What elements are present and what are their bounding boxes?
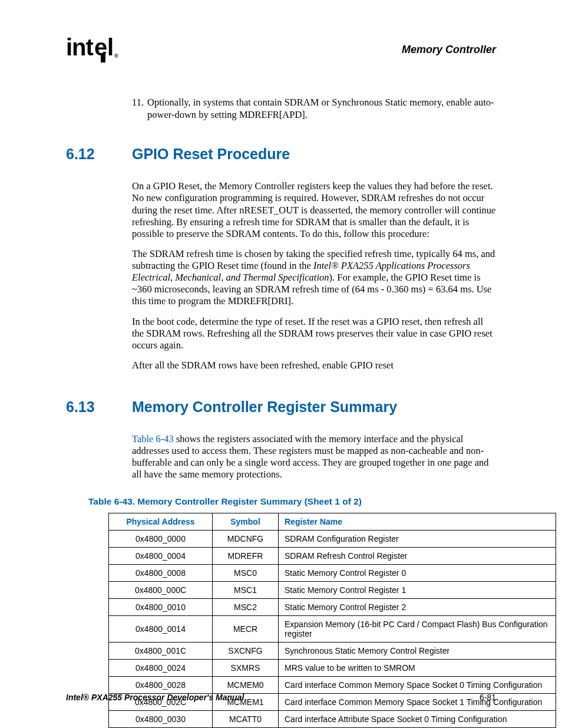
cell-address: 0x4800_0030 [109, 710, 213, 727]
page-header: int e l ® Memory Controller [66, 37, 496, 62]
cell-symbol: MDCNFG [213, 530, 279, 547]
continued-list: 11. Optionally, in systems that contain … [132, 97, 496, 121]
cell-address: 0x4800_0010 [109, 598, 213, 615]
svg-text:®: ® [114, 53, 118, 59]
section-heading: 6.12 GPIO Reset Procedure [66, 146, 496, 163]
table-row: 0x4800_0028MCMEM0Card interface Common M… [109, 676, 556, 693]
section-title: Memory Controller Register Summary [132, 398, 496, 416]
list-item-11: 11. Optionally, in systems that contain … [132, 97, 496, 121]
cell-symbol: MCMEM0 [213, 676, 279, 693]
cell-address: 0x4800_001C [109, 642, 213, 659]
cell-address: 0x4800_0028 [109, 676, 213, 693]
section-6-12: 6.12 GPIO Reset Procedure On a GPIO Rese… [66, 146, 496, 371]
cell-symbol: MSC0 [213, 564, 279, 581]
intel-logo: int e l ® [66, 37, 125, 62]
text-run: shows the registers associated with the … [132, 433, 489, 480]
table-row: 0x4800_0024SXMRSMRS value to be written … [109, 659, 556, 676]
footer-page-number: 6-81 [480, 693, 496, 702]
section-number: 6.13 [66, 398, 132, 416]
cell-symbol: MSC2 [213, 598, 279, 615]
cell-address: 0x4800_0014 [109, 615, 213, 642]
cell-address: 0x4800_0000 [109, 530, 213, 547]
cell-address: 0x4800_0024 [109, 659, 213, 676]
page-footer: Intel® PXA255 Processor Developer's Manu… [66, 693, 496, 702]
list-item-text: Optionally, in systems that contain SDRA… [147, 97, 496, 121]
paragraph: On a GPIO Reset, the Memory Controller r… [132, 180, 496, 240]
cross-reference-link[interactable]: Table 6-43 [132, 433, 174, 444]
cell-symbol: SXCNFG [213, 642, 279, 659]
table-header-row: Physical Address Symbol Register Name [109, 513, 556, 530]
col-header-name: Register Name [279, 513, 556, 530]
paragraph: In the boot code, determine the type of … [132, 316, 496, 351]
cell-register-name: Expansion Memory (16-bit PC Card / Compa… [279, 615, 556, 642]
page: int e l ® Memory Controller 11. Optional… [0, 0, 562, 728]
cell-register-name: Card interface Attribute Space Socket 0 … [279, 710, 556, 727]
cell-symbol: SXMRS [213, 659, 279, 676]
table-row: 0x4800_000CMSC1Static Memory Control Reg… [109, 581, 556, 598]
svg-text:int: int [66, 37, 94, 60]
cell-symbol: MDREFR [213, 547, 279, 564]
footer-title: Intel® PXA255 Processor Developer's Manu… [66, 693, 244, 702]
section-heading: 6.13 Memory Controller Register Summary [66, 398, 496, 416]
cell-register-name: Static Memory Control Register 1 [279, 581, 556, 598]
paragraph: Table 6-43 shows the registers associate… [132, 433, 496, 481]
cell-register-name: Synchronous Static Memory Control Regist… [279, 642, 556, 659]
cell-address: 0x4800_0004 [109, 547, 213, 564]
col-header-address: Physical Address [109, 513, 213, 530]
col-header-symbol: Symbol [213, 513, 279, 530]
table-row: 0x4800_0004MDREFRSDRAM Refresh Control R… [109, 547, 556, 564]
section-title: GPIO Reset Procedure [132, 146, 496, 163]
cell-register-name: MRS value to be written to SMROM [279, 659, 556, 676]
cell-symbol: MCATT0 [213, 710, 279, 727]
table-row: 0x4800_0008MSC0Static Memory Control Reg… [109, 564, 556, 581]
section-body: Table 6-43 shows the registers associate… [132, 433, 496, 481]
cell-register-name: Card interface Common Memory Space Socke… [279, 676, 556, 693]
section-6-13: 6.13 Memory Controller Register Summary … [66, 398, 496, 728]
chapter-title: Memory Controller [402, 44, 496, 56]
paragraph: The SDRAM refresh time is chosen by taki… [132, 248, 496, 308]
cell-register-name: SDRAM Configuration Register [279, 530, 556, 547]
section-body: On a GPIO Reset, the Memory Controller r… [132, 180, 496, 371]
cell-symbol: MSC1 [213, 581, 279, 598]
cell-symbol: MECR [213, 615, 279, 642]
table-caption: Table 6-43. Memory Controller Register S… [88, 496, 496, 507]
cell-address: 0x4800_000C [109, 581, 213, 598]
table-row: 0x4800_0014MECRExpansion Memory (16-bit … [109, 615, 556, 642]
table-row: 0x4800_0000MDCNFGSDRAM Configuration Reg… [109, 530, 556, 547]
svg-text:l: l [107, 37, 113, 60]
cell-register-name: SDRAM Refresh Control Register [279, 547, 556, 564]
section-number: 6.12 [66, 146, 132, 163]
paragraph: After all the SDRAM rows have been refre… [132, 360, 496, 371]
list-item-number: 11. [132, 97, 147, 121]
table-row: 0x4800_0010MSC2Static Memory Control Reg… [109, 598, 556, 615]
svg-rect-2 [101, 53, 105, 62]
table-row: 0x4800_001CSXCNFGSynchronous Static Memo… [109, 642, 556, 659]
table-row: 0x4800_0030MCATT0Card interface Attribut… [109, 710, 556, 727]
cell-register-name: Static Memory Control Register 2 [279, 598, 556, 615]
cell-address: 0x4800_0008 [109, 564, 213, 581]
cell-register-name: Static Memory Control Register 0 [279, 564, 556, 581]
